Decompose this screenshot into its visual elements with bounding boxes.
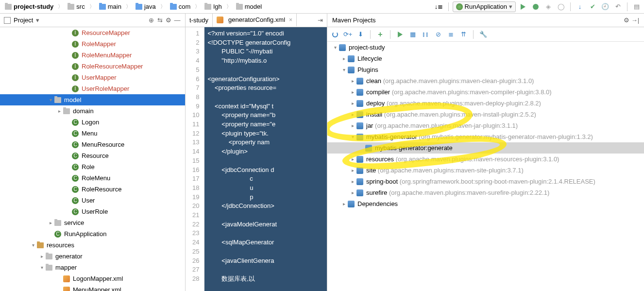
- show-deps-button[interactable]: ≣: [446, 30, 456, 39]
- tree-item[interactable]: CRole: [0, 161, 185, 172]
- toggle-skip-tests-button[interactable]: ⊘: [433, 30, 443, 39]
- tree-item[interactable]: IUserMapper: [0, 72, 185, 83]
- tree-item[interactable]: LogonMapper.xml: [0, 273, 185, 284]
- breadcrumb-item[interactable]: java: [133, 2, 159, 11]
- tree-item[interactable]: CUserRole: [0, 206, 185, 217]
- project-tree[interactable]: IResourceMapperIRoleMapperIRoleMenuMappe…: [0, 27, 185, 291]
- maven-tree-item[interactable]: ▸spring-boot (org.springframework.boot:s…: [327, 176, 644, 187]
- tree-item[interactable]: CLogon: [0, 117, 185, 128]
- tree-twisty-icon[interactable]: ▸: [349, 101, 356, 106]
- structure-icon[interactable]: ▤: [631, 1, 642, 12]
- tree-item[interactable]: IRoleMenuMapper: [0, 50, 185, 61]
- debug-button[interactable]: [530, 1, 541, 12]
- tree-twisty-icon[interactable]: ▸: [349, 156, 356, 162]
- tree-twisty-icon[interactable]: ▸: [349, 89, 356, 95]
- tree-item[interactable]: CResource: [0, 150, 185, 161]
- maven-tree-item[interactable]: ▸install (org.apache.maven.plugins:maven…: [327, 109, 644, 120]
- maven-tree-item[interactable]: ▾mybatis-generator (org.mybatis.generato…: [327, 131, 644, 142]
- vcs-commit-icon[interactable]: ✔: [587, 1, 598, 12]
- tree-twisty-icon[interactable]: ▸: [55, 108, 63, 114]
- maven-tree-item[interactable]: ▸resources (org.apache.maven.plugins:mav…: [327, 154, 644, 165]
- tree-item[interactable]: MenuMapper.xml: [0, 284, 185, 291]
- editor-body[interactable]: 1234567891011121314151617181920212223242…: [186, 27, 327, 291]
- tree-twisty-icon[interactable]: ▸: [340, 201, 348, 206]
- tree-item[interactable]: ▸service: [0, 217, 185, 228]
- tree-twisty-icon[interactable]: ▸: [349, 123, 356, 128]
- editor-options-icon[interactable]: ⇥: [316, 17, 324, 24]
- tree-twisty-icon[interactable]: ▸: [349, 190, 356, 195]
- maven-tree-item[interactable]: ▸clean (org.apache.maven.plugins:maven-c…: [327, 75, 644, 86]
- vcs-update-icon[interactable]: ↓: [575, 1, 585, 12]
- run-config-selector[interactable]: RunApplication ▾: [453, 1, 516, 12]
- tree-item[interactable]: CRoleMenu: [0, 172, 185, 184]
- tree-item[interactable]: IResourceMapper: [0, 27, 185, 38]
- hide-icon[interactable]: →|: [631, 17, 639, 24]
- project-view-selector[interactable]: Project: [14, 17, 33, 24]
- maven-tree-item[interactable]: ▸Dependencies: [327, 198, 644, 209]
- breadcrumb-item[interactable]: main: [96, 2, 124, 11]
- tree-twisty-icon[interactable]: ▸: [349, 78, 356, 84]
- tree-item[interactable]: CMenu: [0, 128, 185, 139]
- tree-item[interactable]: CUser: [0, 195, 185, 206]
- tree-twisty-icon[interactable]: ▾: [331, 45, 339, 50]
- code-area[interactable]: <?xml version="1.0" encodi <!DOCTYPE gen…: [204, 27, 327, 291]
- tree-twisty-icon[interactable]: ▾: [47, 97, 54, 103]
- maven-tree-item[interactable]: ▸compiler (org.apache.maven.plugins:mave…: [327, 86, 644, 98]
- tree-twisty-icon[interactable]: ▾: [349, 134, 356, 139]
- tree-twisty-icon[interactable]: ▸: [349, 112, 356, 117]
- execute-button[interactable]: ▦: [408, 30, 418, 39]
- coverage-button[interactable]: ◈: [543, 1, 554, 12]
- tree-twisty-icon[interactable]: ▸: [47, 220, 54, 225]
- gear-icon[interactable]: ⚙: [623, 17, 630, 24]
- vcs-history-icon[interactable]: 🕘: [600, 1, 610, 12]
- breadcrumb-item[interactable]: project-study: [2, 2, 56, 11]
- breadcrumb-item[interactable]: lgh: [202, 2, 224, 11]
- build-icon[interactable]: ↓≣: [434, 1, 444, 12]
- maven-tree-item[interactable]: ▸surefire (org.apache.maven.plugins:mave…: [327, 187, 644, 198]
- tree-item[interactable]: CRoleResource: [0, 184, 185, 195]
- tree-twisty-icon[interactable]: ▾: [38, 265, 46, 270]
- hide-icon[interactable]: —: [173, 17, 181, 24]
- tree-item[interactable]: IUserRoleMapper: [0, 83, 185, 94]
- collapse-icon[interactable]: ⇆: [156, 17, 164, 24]
- maven-tree-item[interactable]: ▸jar (org.apache.maven.plugins:maven-jar…: [327, 120, 644, 131]
- tree-twisty-icon[interactable]: ▾: [340, 67, 348, 72]
- close-icon[interactable]: ×: [289, 17, 292, 23]
- breadcrumb-item[interactable]: src: [65, 2, 87, 11]
- profile-button[interactable]: ◯: [556, 1, 566, 12]
- tree-item[interactable]: CRunApplication: [0, 228, 185, 240]
- vcs-revert-icon[interactable]: ↶: [612, 1, 623, 12]
- editor-tab-active[interactable]: generatorConfig.xml ×: [213, 14, 297, 27]
- maven-tree[interactable]: ▾project-study▸Lifecycle▾Plugins▸clean (…: [327, 42, 644, 291]
- settings-button[interactable]: 🔧: [478, 30, 488, 39]
- collapse-button[interactable]: ⇈: [458, 30, 468, 39]
- download-button[interactable]: ⬇: [356, 30, 365, 39]
- tree-twisty-icon[interactable]: ▸: [38, 254, 46, 259]
- tree-item[interactable]: ▾resources: [0, 240, 185, 251]
- maven-tree-item[interactable]: ▸deploy (org.apache.maven.plugins:maven-…: [327, 98, 644, 109]
- tree-item[interactable]: IRoleResourceMapper: [0, 61, 185, 72]
- toggle-offline-button[interactable]: ⫿⫿: [421, 30, 430, 39]
- maven-tree-item[interactable]: ▾Plugins: [327, 64, 644, 75]
- gear-icon[interactable]: ⚙: [165, 17, 172, 24]
- editor-tab[interactable]: t-study: [186, 14, 213, 27]
- generate-sources-button[interactable]: ⟳+: [343, 30, 353, 39]
- tree-item[interactable]: ▸domain: [0, 105, 185, 117]
- maven-tree-item[interactable]: ▸site (org.apache.maven.plugins:maven-si…: [327, 165, 644, 176]
- tree-item[interactable]: ▸generator: [0, 251, 185, 262]
- maven-tree-item[interactable]: ▾project-study: [327, 42, 644, 53]
- add-button[interactable]: +: [375, 30, 385, 39]
- tree-item[interactable]: CMenuResource: [0, 139, 185, 150]
- target-icon[interactable]: ⊕: [147, 17, 155, 24]
- breadcrumb-item[interactable]: model: [233, 2, 265, 11]
- maven-tree-item[interactable]: ▸Lifecycle: [327, 53, 644, 64]
- tree-twisty-icon[interactable]: ▸: [349, 168, 356, 173]
- maven-tree-item[interactable]: mybatis-generator:generate: [327, 142, 644, 154]
- tree-item[interactable]: ▾model: [0, 94, 185, 105]
- tree-item[interactable]: IRoleMapper: [0, 38, 185, 50]
- tree-twisty-icon[interactable]: ▸: [349, 179, 356, 184]
- tree-twisty-icon[interactable]: ▾: [29, 242, 37, 248]
- refresh-button[interactable]: [330, 30, 340, 39]
- run-button[interactable]: [518, 1, 528, 12]
- breadcrumb-item[interactable]: com: [167, 2, 194, 11]
